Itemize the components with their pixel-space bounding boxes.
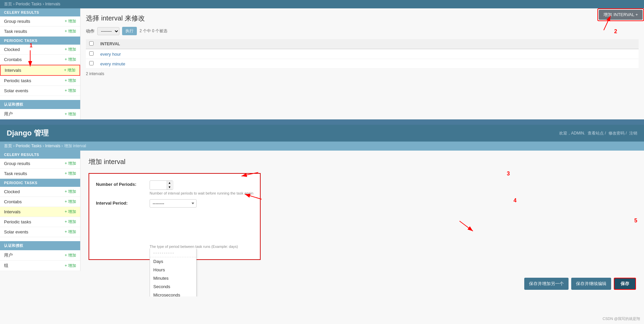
add-task-results-link-b[interactable]: + 增加 <box>65 171 76 176</box>
add-clocked-link[interactable]: + 增加 <box>65 47 76 52</box>
dropdown-item-dashed[interactable]: ---------- <box>150 249 196 257</box>
django-title: Django 管理 <box>7 128 49 138</box>
sidebar-item-group-results-b[interactable]: Group results + 增加 <box>0 159 80 169</box>
change-password-link[interactable]: 修改密码 <box>608 131 625 136</box>
sidebar-item-periodic-tasks[interactable]: Periodic tasks + 增加 <box>0 76 80 86</box>
sidebar-item-intervals-b[interactable]: Intervals + 增加 <box>0 207 80 217</box>
sidebar-bottom: CELERY RESULTS Group results + 增加 Task r… <box>0 151 80 271</box>
sidebar-item-solar-events-b[interactable]: Solar events + 增加 <box>0 227 80 237</box>
sidebar-item-periodic-tasks-b[interactable]: Periodic tasks + 增加 <box>0 217 80 227</box>
number-of-periods-input[interactable] <box>150 181 167 189</box>
row1-link[interactable]: every hour <box>100 52 121 57</box>
add-users-link-b[interactable]: + 增加 <box>65 253 76 258</box>
page-title: 选择 interval 来修改 <box>86 14 639 23</box>
annotation-1: 1 <box>30 43 33 49</box>
row2-checkbox[interactable] <box>89 61 94 65</box>
save-button[interactable]: 保存 <box>614 278 636 290</box>
view-site-link[interactable]: 查看站点 <box>588 131 604 136</box>
spin-down-button[interactable]: ▼ <box>167 185 172 190</box>
add-solar-events-link-b[interactable]: + 增加 <box>65 229 76 235</box>
periodic-tasks-header: PERIODIC TASKS <box>0 37 80 45</box>
sidebar-item-group-results[interactable]: Group results + 增加 <box>0 16 80 26</box>
add-crontabs-link-b[interactable]: + 增加 <box>65 199 76 205</box>
add-interval-button-wrapper: 增加 INTERVAL + <box>597 8 644 21</box>
sidebar-item-intervals[interactable]: Intervals + 增加 <box>0 65 80 76</box>
add-periodic-tasks-link[interactable]: + 增加 <box>65 78 76 84</box>
breadcrumb-bottom: 首页 › Periodic Tasks › Intervals › 增加 int… <box>0 142 644 151</box>
form-title: 增加 interval <box>89 157 636 166</box>
dropdown-item-seconds[interactable]: Seconds <box>150 282 196 291</box>
celery-results-header: CELERY RESULTS <box>0 8 80 16</box>
form-box: Number of Periods: ▲ ▼ Number of interva… <box>89 173 261 260</box>
add-group-results-link[interactable]: + 增加 <box>65 18 76 24</box>
celery-results-header-b: CELERY RESULTS <box>0 151 80 159</box>
dropdown-item-minutes[interactable]: Minutes <box>150 274 196 282</box>
sidebar-item-users-b[interactable]: 用户 + 增加 <box>0 250 80 261</box>
form-area: 增加 interval Number of Periods: ▲ ▼ <box>80 151 644 271</box>
row2-link[interactable]: every minute <box>100 61 125 66</box>
sidebar-item-task-results-b[interactable]: Task results + 增加 <box>0 169 80 179</box>
action-select[interactable]: -------- <box>97 27 119 35</box>
add-crontabs-link[interactable]: + 增加 <box>65 57 76 62</box>
breadcrumb-top: 首页 › Periodic Tasks › Intervals <box>4 1 60 7</box>
annotation-3: 3 <box>507 171 510 177</box>
action-info: 2 个中 0 个被选 <box>140 28 167 34</box>
add-group-results-link-b[interactable]: + 增加 <box>65 161 76 166</box>
label-interval-period: Interval Period: <box>96 199 150 206</box>
sidebar-item-crontabs-b[interactable]: Crontabs + 增加 <box>0 197 80 207</box>
add-users-link[interactable]: + 增加 <box>65 111 76 117</box>
sidebar-item-clocked-b[interactable]: Clocked + 增加 <box>0 187 80 197</box>
select-all-checkbox[interactable] <box>89 41 94 46</box>
annotation-5: 5 <box>634 218 637 224</box>
breadcrumb-home-link[interactable]: 首页 <box>4 144 12 148</box>
table-header-interval: INTERVAL <box>97 39 639 49</box>
add-interval-button[interactable]: 增加 INTERVAL + <box>599 10 643 20</box>
sidebar-top: CELERY RESULTS Group results + 增加 Task r… <box>0 8 80 119</box>
sidebar-item-clocked[interactable]: Clocked + 增加 1 <box>0 45 80 55</box>
add-clocked-link-b[interactable]: + 增加 <box>65 189 76 195</box>
table-row: every hour <box>86 49 639 59</box>
annotation-2: 2 <box>614 29 617 35</box>
add-task-results-link[interactable]: + 增加 <box>65 29 76 34</box>
add-solar-events-link[interactable]: + 增加 <box>65 88 76 94</box>
hint-number: Number of interval periods to wait befor… <box>150 191 253 195</box>
add-intervals-link[interactable]: + 增加 <box>64 67 75 73</box>
hint-interval: The type of period between task runs (Ex… <box>150 245 253 249</box>
user-info: 欢迎，ADMIN. 查看站点 / 修改密码 / 注销 <box>559 130 637 136</box>
breadcrumb-add: 增加 interval <box>64 144 86 148</box>
add-intervals-link-b[interactable]: + 增加 <box>65 209 76 215</box>
spin-buttons: ▲ ▼ <box>167 181 172 190</box>
save-bar: 保存并增加另一个 保存并继续编辑 保存 <box>0 271 644 296</box>
django-admin-header: Django 管理 欢迎，ADMIN. 查看站点 / 修改密码 / 注销 <box>0 125 644 142</box>
save-continue-button[interactable]: 保存并继续编辑 <box>571 278 611 290</box>
periodic-tasks-header-b: PERIODIC TASKS <box>0 179 80 187</box>
dropdown-item-hours[interactable]: Hours <box>150 266 196 274</box>
sidebar-item-groups-b[interactable]: 组 + 增加 <box>0 261 80 271</box>
interval-period-select[interactable]: -------- Days Hours Minutes Seconds Micr… <box>150 199 197 208</box>
dropdown-menu: ---------- Days Hours Minutes Seconds Mi… <box>150 249 197 296</box>
auth-header-b: 认证和授权 <box>0 241 80 250</box>
breadcrumb-periodic-link[interactable]: Periodic Tasks <box>16 144 42 148</box>
add-groups-link-b[interactable]: + 增加 <box>65 263 76 269</box>
auth-header: 认证和授权 <box>0 100 80 109</box>
row-count: 2 intervals <box>86 71 639 76</box>
add-periodic-tasks-link-b[interactable]: + 增加 <box>65 219 76 225</box>
sidebar-item-task-results[interactable]: Task results + 增加 <box>0 26 80 37</box>
dropdown-item-days[interactable]: Days <box>150 257 196 266</box>
svg-line-9 <box>460 221 473 231</box>
table-row: every minute <box>86 59 639 69</box>
breadcrumb-intervals-link[interactable]: Intervals <box>45 144 60 148</box>
save-add-button[interactable]: 保存并增加另一个 <box>524 278 569 290</box>
dropdown-item-microseconds[interactable]: Microseconds <box>150 291 196 296</box>
spin-up-button[interactable]: ▲ <box>167 181 172 185</box>
sidebar-item-users[interactable]: 用户 + 增加 <box>0 109 80 119</box>
sidebar-item-solar-events[interactable]: Solar events + 增加 <box>0 86 80 96</box>
sidebar-item-crontabs[interactable]: Crontabs + 增加 <box>0 55 80 65</box>
execute-button[interactable]: 执行 <box>122 27 137 35</box>
label-number-of-periods: Number of Periods: <box>96 180 150 187</box>
annotation-4: 4 <box>514 198 517 204</box>
number-of-periods-input-wrapper: ▲ ▼ <box>150 180 173 190</box>
action-label: 动作 <box>86 28 95 34</box>
logout-link[interactable]: 注销 <box>629 131 637 136</box>
row1-checkbox[interactable] <box>89 51 94 56</box>
